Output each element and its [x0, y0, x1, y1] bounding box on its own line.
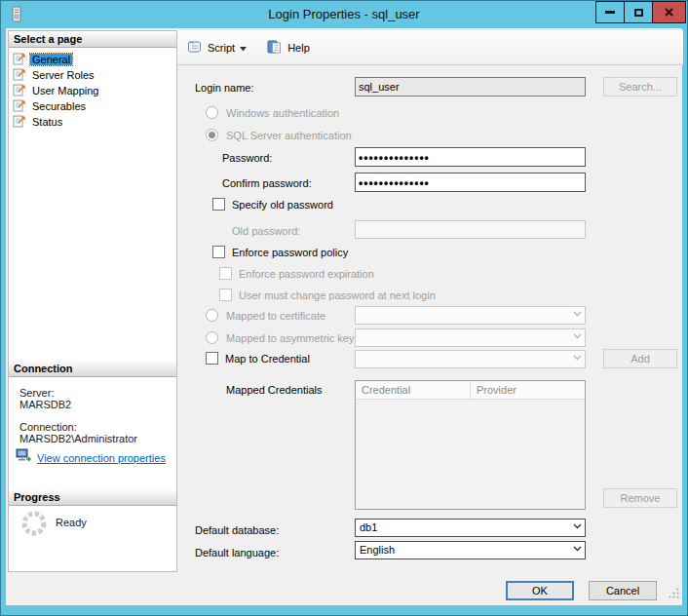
sidebar-item-server-roles[interactable]: Server Roles	[13, 67, 96, 83]
default-language-label: Default language:	[195, 547, 279, 558]
close-icon	[664, 4, 674, 21]
mapped-credentials-label: Mapped Credentials	[226, 384, 322, 396]
page-icon	[13, 114, 26, 130]
mapped-to-asymmetric-key-radio	[206, 331, 218, 344]
server-value: MARSDB2	[19, 399, 71, 410]
search-button: Search...	[603, 77, 677, 96]
default-language-select[interactable]: English	[355, 541, 586, 559]
main-panel: Script Help Login name: sql_user Search.…	[177, 30, 683, 571]
cancel-button[interactable]: Cancel	[589, 581, 657, 600]
chevron-down-icon	[573, 333, 582, 339]
sidebar: Select a page General Server Roles User …	[8, 30, 177, 572]
dialog-client-area: Select a page General Server Roles User …	[6, 28, 682, 605]
page-icon	[13, 52, 26, 67]
windows-auth-label: Windows authentication	[226, 107, 339, 119]
minimize-icon	[605, 11, 615, 14]
chevron-down-icon	[573, 355, 582, 361]
confirm-password-input[interactable]: ••••••••••••••	[355, 173, 586, 192]
toolbar: Script Help	[177, 30, 683, 65]
page-icon	[13, 67, 26, 83]
maximize-button[interactable]	[624, 1, 653, 23]
progress-status: Ready	[56, 517, 87, 528]
table-header-row: Credential Provider	[356, 381, 585, 400]
window-title: Login Properties - sql_user	[1, 7, 687, 21]
mapped-credentials-table[interactable]: Credential Provider	[355, 380, 586, 510]
view-connection-properties-link[interactable]: View connection properties	[37, 452, 166, 464]
enforce-password-policy-checkbox[interactable]	[212, 246, 225, 258]
must-change-password-label: User must change password at next login	[239, 289, 436, 301]
enforce-password-policy-label: Enforce password policy	[232, 247, 348, 258]
maximize-icon	[634, 9, 643, 17]
mapped-to-certificate-label: Mapped to certificate	[226, 310, 325, 322]
password-input[interactable]: ••••••••••••••	[355, 147, 586, 167]
must-change-password-checkbox	[219, 289, 232, 301]
server-label: Server:	[19, 387, 54, 399]
sidebar-item-status[interactable]: Status	[13, 114, 64, 130]
enforce-password-expiration-checkbox	[219, 267, 232, 280]
progress-spinner-icon	[19, 509, 49, 542]
login-properties-window: Login Properties - sql_user Select a pag…	[0, 0, 688, 616]
default-database-select[interactable]: db1	[355, 519, 586, 537]
page-icon	[13, 98, 26, 114]
sidebar-item-user-mapping[interactable]: User Mapping	[13, 83, 100, 98]
credential-select	[355, 350, 586, 368]
sidebar-item-label: Status	[30, 116, 64, 128]
connection-header: Connection	[9, 361, 176, 377]
old-password-input	[355, 220, 586, 239]
asymmetric-key-select	[355, 328, 586, 347]
close-button[interactable]	[652, 1, 686, 23]
add-button: Add	[603, 349, 677, 368]
sidebar-item-general[interactable]: General	[13, 52, 72, 67]
chevron-down-icon	[573, 546, 582, 552]
remove-button: Remove	[603, 488, 677, 508]
general-page-content: Login name: sql_user Search... Windows a…	[177, 65, 683, 571]
sidebar-item-label: User Mapping	[30, 85, 100, 96]
default-database-label: Default database:	[195, 524, 279, 536]
script-button[interactable]: Script	[208, 42, 235, 54]
password-label: Password:	[222, 152, 272, 164]
progress-header: Progress	[9, 489, 176, 506]
ok-button[interactable]: OK	[506, 581, 574, 600]
connection-properties-icon	[16, 448, 32, 467]
script-icon	[186, 39, 203, 57]
sidebar-item-label: Server Roles	[30, 69, 96, 81]
titlebar[interactable]: Login Properties - sql_user	[1, 1, 687, 28]
sql-auth-radio	[206, 129, 218, 141]
provider-column-header[interactable]: Provider	[471, 381, 585, 400]
resize-grip[interactable]	[668, 586, 680, 603]
login-name-label: Login name:	[195, 82, 254, 94]
mapped-to-certificate-radio	[206, 309, 218, 322]
enforce-password-expiration-label: Enforce password expiration	[239, 268, 374, 280]
connection-value: MARSDB2\Administrator	[19, 433, 137, 444]
page-icon	[13, 83, 26, 98]
sql-auth-label: SQL Server authentication	[226, 130, 352, 141]
minimize-button[interactable]	[595, 1, 625, 23]
mapped-to-asymmetric-key-label: Mapped to asymmetric key	[226, 332, 354, 344]
sidebar-item-label: General	[30, 54, 72, 65]
chevron-down-icon	[573, 523, 582, 529]
sidebar-item-securables[interactable]: Securables	[13, 98, 88, 114]
sidebar-item-label: Securables	[30, 100, 88, 112]
select-a-page-header: Select a page	[9, 31, 176, 48]
certificate-select	[355, 306, 586, 325]
map-to-credential-checkbox[interactable]	[206, 352, 218, 365]
chevron-down-icon	[573, 311, 582, 317]
help-button[interactable]: Help	[287, 42, 310, 54]
connection-label: Connection:	[19, 421, 77, 433]
specify-old-password-checkbox[interactable]	[212, 198, 225, 211]
map-to-credential-label: Map to Credential	[225, 353, 310, 365]
confirm-password-label: Confirm password:	[222, 177, 312, 189]
old-password-label: Old password:	[232, 225, 300, 237]
specify-old-password-label: Specify old password	[232, 199, 333, 211]
script-dropdown-icon[interactable]	[240, 42, 247, 54]
credential-column-header[interactable]: Credential	[356, 381, 471, 400]
windows-auth-radio	[206, 106, 218, 119]
login-name-input[interactable]: sql_user	[355, 77, 586, 96]
help-icon	[266, 39, 283, 57]
